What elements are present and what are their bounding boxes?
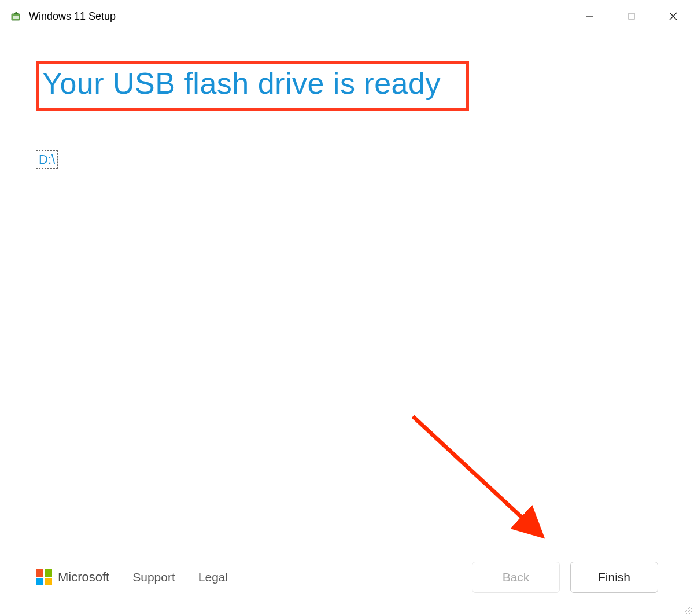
back-button: Back xyxy=(472,562,560,593)
svg-line-10 xyxy=(689,611,692,614)
drive-letter-link[interactable]: D:\ xyxy=(36,150,58,169)
page-heading: Your USB flash drive is ready xyxy=(42,65,441,101)
microsoft-brand: Microsoft xyxy=(36,569,109,585)
resize-grip-icon[interactable] xyxy=(681,603,692,614)
content-area: Your USB flash drive is ready D:\ xyxy=(0,32,694,616)
setup-window: Windows 11 Setup Your USB flash drive is… xyxy=(0,0,694,616)
minimize-button[interactable] xyxy=(569,5,611,28)
app-icon xyxy=(10,10,22,22)
footer: Microsoft Support Legal Back Finish xyxy=(36,562,658,593)
heading-highlight-box: Your USB flash drive is ready xyxy=(36,61,469,111)
footer-right: Back Finish xyxy=(472,562,658,593)
svg-line-9 xyxy=(686,608,692,614)
microsoft-label: Microsoft xyxy=(58,570,109,585)
window-controls xyxy=(569,0,694,32)
window-title: Windows 11 Setup xyxy=(29,10,116,23)
titlebar-left: Windows 11 Setup xyxy=(10,10,116,23)
maximize-button[interactable] xyxy=(611,5,652,28)
svg-rect-1 xyxy=(13,16,19,19)
support-link[interactable]: Support xyxy=(132,570,175,584)
footer-left: Microsoft Support Legal xyxy=(36,569,228,585)
close-button[interactable] xyxy=(652,5,694,28)
legal-link[interactable]: Legal xyxy=(198,570,228,584)
titlebar: Windows 11 Setup xyxy=(0,0,694,32)
finish-button[interactable]: Finish xyxy=(570,562,658,593)
svg-rect-3 xyxy=(629,13,634,19)
microsoft-logo-icon xyxy=(36,569,52,585)
